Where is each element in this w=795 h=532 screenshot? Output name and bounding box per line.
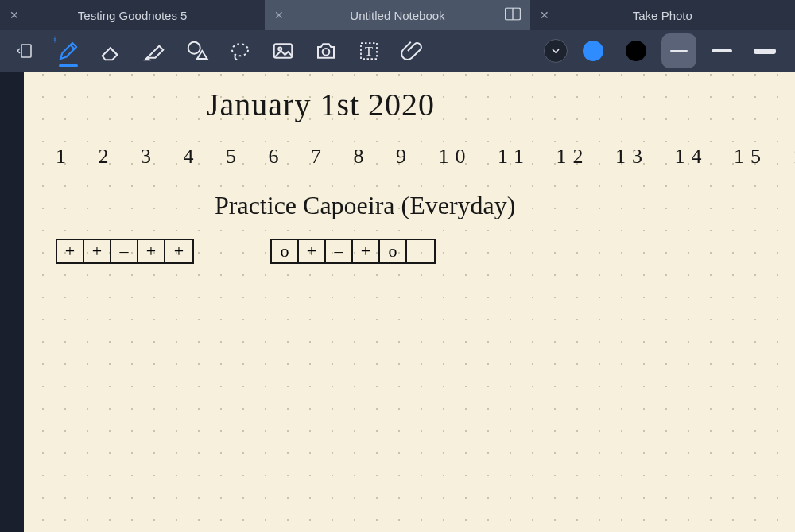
tracker-cell: +	[299, 240, 326, 262]
pen-tool[interactable]: ᚼ	[48, 33, 89, 68]
close-icon[interactable]: ✕	[10, 9, 19, 21]
text-tool[interactable]: T	[348, 33, 390, 68]
handwriting-number-row: 1 2 3 4 5 6 7 8 9 10 11 12 13 14 15 16	[56, 145, 795, 169]
camera-tool[interactable]	[305, 33, 347, 68]
image-tool[interactable]	[262, 33, 304, 68]
svg-line-4	[111, 48, 118, 55]
stroke-sample	[670, 50, 688, 52]
back-to-library-button[interactable]	[5, 33, 46, 68]
tracker-cell: +	[84, 240, 111, 262]
tracker-cell: o	[272, 240, 299, 262]
dot-grid-background	[24, 72, 795, 532]
tracker-cell	[407, 240, 434, 262]
highlighter-tool[interactable]	[134, 33, 175, 68]
color-swatch-blue[interactable]	[576, 33, 611, 68]
color-dot	[626, 41, 646, 61]
color-dot	[583, 41, 603, 61]
tracker-cell: +	[353, 240, 380, 262]
tab-take-photo[interactable]: ✕ Take Photo	[530, 0, 795, 30]
svg-point-5	[188, 42, 200, 54]
svg-rect-2	[21, 45, 31, 57]
tracker-cell: +	[138, 240, 165, 262]
more-styles-button[interactable]	[544, 39, 568, 63]
style-picker	[544, 33, 790, 68]
tab-testing-goodnotes[interactable]: ✕ Testing Goodnotes 5	[0, 0, 265, 30]
stroke-sample	[754, 49, 776, 54]
note-page[interactable]: January 1st 2020 1 2 3 4 5 6 7 8 9 10 11…	[24, 72, 795, 532]
eraser-tool[interactable]	[91, 33, 132, 68]
tab-label: Take Photo	[633, 9, 692, 22]
tracker-cell: o	[380, 240, 407, 262]
attachment-tool[interactable]	[391, 33, 432, 68]
tab-bar: ✕ Testing Goodnotes 5 ✕ Untitled Noteboo…	[0, 0, 795, 30]
stroke-thin[interactable]	[661, 33, 696, 68]
tab-untitled-notebook[interactable]: ✕ Untitled Notebook	[265, 0, 529, 30]
tracker-cell: +	[57, 240, 84, 262]
tracker-cell: –	[326, 240, 353, 262]
tab-label: Testing Goodnotes 5	[78, 9, 188, 22]
habit-tracker-box-2: o + – + o	[270, 239, 436, 264]
toolbar: ᚼ	[0, 30, 795, 72]
shape-tool[interactable]	[176, 33, 218, 68]
stroke-thick[interactable]	[747, 33, 782, 68]
tracker-cell: +	[165, 240, 192, 262]
stroke-sample	[712, 49, 732, 52]
handwriting-habit-line: Practice Capoeira (Everyday)	[215, 191, 515, 220]
stroke-medium[interactable]	[704, 33, 739, 68]
tab-label: Untitled Notebook	[350, 9, 444, 22]
handwriting-title: January 1st 2020	[207, 86, 435, 123]
habit-tracker-box-1: + + – + +	[56, 239, 194, 264]
color-swatch-black[interactable]	[619, 33, 653, 68]
bluetooth-icon: ᚼ	[52, 35, 57, 44]
lasso-tool[interactable]	[219, 33, 261, 68]
split-view-icon[interactable]	[505, 8, 521, 23]
close-icon[interactable]: ✕	[274, 9, 284, 21]
svg-text:T: T	[365, 45, 373, 59]
svg-point-7	[232, 44, 248, 56]
svg-point-10	[323, 49, 330, 56]
tracker-cell: –	[111, 240, 138, 262]
close-icon[interactable]: ✕	[540, 9, 549, 21]
